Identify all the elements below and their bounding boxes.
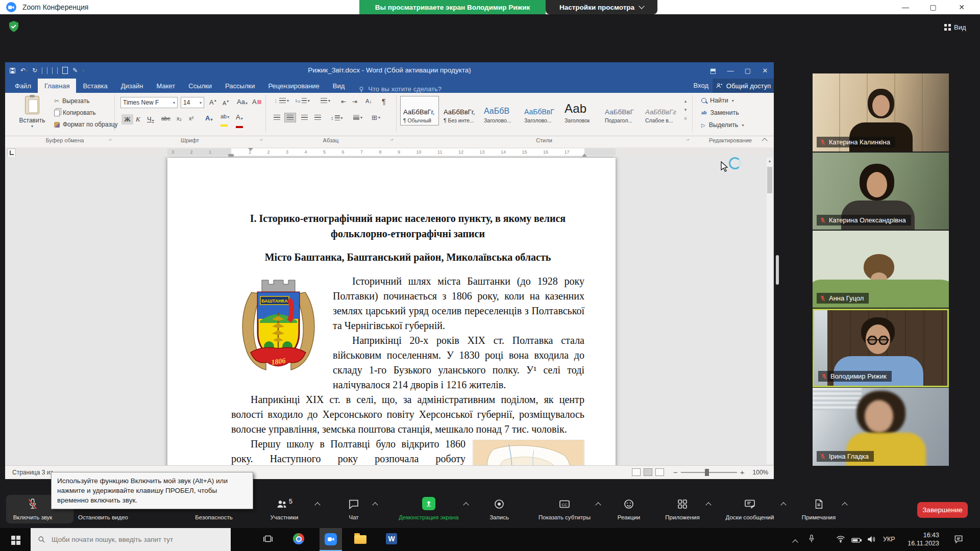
word-vertical-scrollbar[interactable]: ▲ bbox=[767, 158, 773, 464]
chat-options-chevron[interactable] bbox=[372, 502, 378, 508]
captions-button[interactable]: CC bbox=[558, 498, 571, 512]
task-view-icon[interactable] bbox=[262, 533, 274, 546]
clear-formatting-button[interactable]: А bbox=[252, 98, 261, 106]
underline-button[interactable]: Ч▾ bbox=[147, 115, 154, 123]
page-indicator[interactable]: Страница 3 из bbox=[12, 469, 53, 476]
participant-tile-5[interactable]: Ірина Гладка bbox=[813, 388, 949, 466]
whiteboards-options-chevron[interactable] bbox=[780, 502, 786, 508]
numbering-button[interactable]: 1₂₃▾ bbox=[293, 96, 312, 105]
tray-hidden-icons-chevron[interactable] bbox=[793, 537, 797, 546]
justify-button[interactable] bbox=[312, 113, 323, 122]
clipboard-dialog-launcher-icon[interactable]: ⌐ bbox=[106, 138, 111, 143]
tab-file[interactable]: Файл bbox=[8, 79, 38, 93]
tab-design[interactable]: Дизайн bbox=[114, 79, 150, 93]
font-name-combobox[interactable]: Times New F▾ bbox=[120, 97, 178, 108]
style-no-spacing[interactable]: АаБбВвГг, ¶ Без инте... bbox=[440, 96, 479, 126]
align-left-button[interactable] bbox=[272, 113, 282, 122]
word-close-button[interactable]: ✕ bbox=[756, 62, 774, 79]
shading-button[interactable]: ▾ bbox=[351, 113, 364, 121]
style-title[interactable]: Ааb Заголовок bbox=[561, 96, 600, 126]
zoom-slider[interactable] bbox=[681, 472, 737, 473]
word-minimize-button[interactable]: — bbox=[722, 62, 739, 79]
document-area[interactable]: І. Історико-етнографічний нарис населено… bbox=[5, 157, 774, 465]
tab-review[interactable]: Рецензирование bbox=[261, 79, 326, 93]
chat-button[interactable] bbox=[348, 498, 360, 512]
zoom-percentage[interactable]: 100% bbox=[753, 469, 769, 476]
tab-selector[interactable] bbox=[7, 148, 16, 157]
shrink-font-button[interactable]: А▾ bbox=[223, 99, 229, 106]
multilevel-list-button[interactable]: ▾ bbox=[318, 96, 332, 105]
select-button[interactable]: ▷Выделить▾ bbox=[701, 121, 744, 129]
chrome-icon[interactable] bbox=[293, 533, 304, 544]
reactions-button[interactable] bbox=[623, 498, 635, 512]
participant-tile-2[interactable]: Катерина Олександрівна bbox=[813, 153, 949, 230]
apps-options-chevron[interactable] bbox=[705, 502, 711, 508]
share-options-chevron[interactable] bbox=[463, 502, 469, 508]
text-effects-button[interactable]: А▾ bbox=[205, 114, 212, 122]
participants-button[interactable] bbox=[276, 498, 288, 512]
end-meeting-button[interactable]: Завершение bbox=[917, 502, 968, 518]
notes-button[interactable] bbox=[813, 498, 824, 512]
highlight-button[interactable]: ab▾ bbox=[220, 113, 229, 129]
ribbon-display-options-icon[interactable]: ⬒ bbox=[704, 62, 722, 79]
whiteboards-button[interactable] bbox=[744, 498, 756, 512]
subscript-button[interactable]: x₂ bbox=[177, 115, 182, 121]
web-layout-icon[interactable] bbox=[655, 468, 664, 476]
start-button[interactable] bbox=[11, 536, 20, 545]
style-subtle-emphasis[interactable]: АаБбВвГг Слабое в... bbox=[642, 96, 681, 126]
line-spacing-button[interactable]: ↕▾ bbox=[329, 113, 345, 122]
zoom-app-active-tile[interactable] bbox=[320, 528, 342, 551]
tab-insert[interactable]: Вставка bbox=[76, 79, 114, 93]
tell-me-box[interactable]: Что вы хотите сделать? bbox=[358, 85, 442, 93]
maximize-button[interactable]: ▢ bbox=[922, 0, 944, 14]
style-heading2[interactable]: АаБбВвГ Заголово... bbox=[521, 96, 560, 126]
zoom-in-icon[interactable]: + bbox=[740, 468, 745, 477]
zoom-slider-thumb[interactable] bbox=[705, 469, 709, 476]
captions-options-chevron[interactable] bbox=[595, 502, 601, 508]
collapse-ribbon-icon[interactable] bbox=[763, 138, 767, 144]
word-app-icon[interactable]: W bbox=[386, 533, 397, 544]
style-normal[interactable]: АаБбВвГг, ¶ Обычный bbox=[400, 96, 439, 126]
notes-options-chevron[interactable] bbox=[842, 502, 847, 508]
share-screen-button[interactable] bbox=[422, 497, 435, 510]
shared-screen-scrollbar[interactable] bbox=[776, 255, 779, 285]
tray-wifi-icon[interactable] bbox=[836, 535, 845, 545]
word-restore-button[interactable]: ▢ bbox=[739, 62, 756, 79]
mute-button[interactable] bbox=[27, 498, 38, 512]
font-dialog-launcher-icon[interactable]: ⌐ bbox=[257, 138, 262, 143]
bullets-button[interactable]: ⋮▾ bbox=[272, 96, 291, 105]
cut-button[interactable]: ✂Вырезать bbox=[54, 97, 89, 105]
copy-button[interactable]: Копировать bbox=[54, 109, 96, 116]
tab-mailings[interactable]: Рассылки bbox=[218, 79, 261, 93]
replace-button[interactable]: abЗаменить bbox=[701, 109, 739, 116]
search-input[interactable] bbox=[51, 535, 216, 544]
participant-tile-1[interactable]: Катерина Калинкіна bbox=[813, 73, 949, 152]
left-indent-marker[interactable] bbox=[228, 154, 234, 156]
participants-options-chevron[interactable] bbox=[314, 502, 320, 508]
decrease-indent-button[interactable]: ⇤ bbox=[339, 96, 348, 107]
styles-dialog-launcher-icon[interactable]: ⌐ bbox=[684, 138, 689, 143]
minimize-button[interactable]: — bbox=[894, 0, 917, 14]
paragraph-dialog-launcher-icon[interactable]: ⌐ bbox=[388, 138, 393, 143]
grow-font-button[interactable]: А▴ bbox=[209, 98, 216, 106]
tab-references[interactable]: Ссылки bbox=[182, 79, 218, 93]
language-indicator[interactable]: УКР bbox=[883, 536, 895, 543]
style-heading1[interactable]: АаБбВ Заголово... bbox=[481, 96, 520, 126]
strikethrough-button[interactable]: abc bbox=[161, 115, 170, 121]
sign-in-link[interactable]: Вход bbox=[694, 82, 708, 89]
zoom-out-icon[interactable]: − bbox=[673, 468, 678, 477]
increase-indent-button[interactable]: ⇥ bbox=[350, 96, 359, 107]
change-case-button[interactable]: Аа▾ bbox=[237, 98, 248, 106]
read-mode-icon[interactable] bbox=[632, 468, 641, 476]
file-explorer-icon[interactable] bbox=[354, 533, 366, 544]
paste-button[interactable]: Вставить ▾ bbox=[14, 95, 50, 129]
tray-battery-icon[interactable] bbox=[851, 536, 862, 545]
print-layout-icon[interactable] bbox=[644, 468, 652, 476]
tray-mic-icon[interactable] bbox=[807, 534, 816, 545]
styles-gallery-scroll[interactable]: ▴▾≡ bbox=[682, 97, 689, 123]
right-indent-marker[interactable] bbox=[582, 151, 587, 157]
bold-button[interactable]: Ж bbox=[121, 114, 133, 124]
italic-button[interactable]: К bbox=[136, 115, 140, 123]
first-line-indent-marker[interactable] bbox=[248, 148, 253, 154]
align-right-button[interactable] bbox=[299, 113, 310, 122]
